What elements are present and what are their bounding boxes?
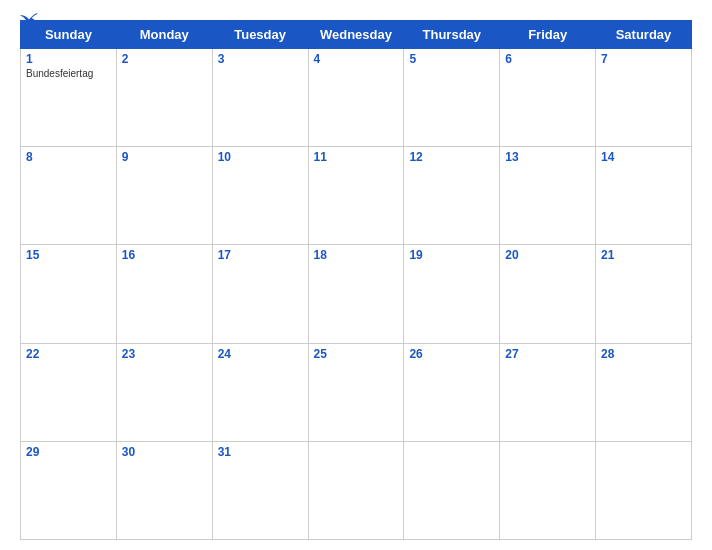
calendar-week-row: 22232425262728 <box>21 343 692 441</box>
calendar-cell: 21 <box>596 245 692 343</box>
calendar-week-row: 293031 <box>21 441 692 539</box>
weekday-header-monday: Monday <box>116 21 212 49</box>
day-number: 25 <box>314 347 399 361</box>
calendar-event: Bundesfeiertag <box>26 68 111 79</box>
calendar-cell: 22 <box>21 343 117 441</box>
day-number: 17 <box>218 248 303 262</box>
calendar-cell: 8 <box>21 147 117 245</box>
calendar-cell: 12 <box>404 147 500 245</box>
day-number: 1 <box>26 52 111 66</box>
calendar-cell: 7 <box>596 49 692 147</box>
logo-blue <box>20 12 40 26</box>
calendar-cell: 17 <box>212 245 308 343</box>
calendar-header <box>20 10 692 14</box>
calendar-cell <box>404 441 500 539</box>
calendar-cell: 19 <box>404 245 500 343</box>
calendar-cell: 29 <box>21 441 117 539</box>
day-number: 22 <box>26 347 111 361</box>
calendar-week-row: 1Bundesfeiertag234567 <box>21 49 692 147</box>
weekday-header-saturday: Saturday <box>596 21 692 49</box>
calendar-cell: 10 <box>212 147 308 245</box>
calendar-cell: 28 <box>596 343 692 441</box>
calendar-cell: 26 <box>404 343 500 441</box>
day-number: 27 <box>505 347 590 361</box>
weekday-header-row: SundayMondayTuesdayWednesdayThursdayFrid… <box>21 21 692 49</box>
calendar-cell: 1Bundesfeiertag <box>21 49 117 147</box>
day-number: 21 <box>601 248 686 262</box>
logo-bird-icon <box>20 12 38 26</box>
day-number: 10 <box>218 150 303 164</box>
day-number: 8 <box>26 150 111 164</box>
day-number: 28 <box>601 347 686 361</box>
day-number: 14 <box>601 150 686 164</box>
weekday-header-wednesday: Wednesday <box>308 21 404 49</box>
calendar-cell <box>308 441 404 539</box>
calendar-cell: 25 <box>308 343 404 441</box>
calendar-cell: 15 <box>21 245 117 343</box>
calendar-cell: 9 <box>116 147 212 245</box>
day-number: 4 <box>314 52 399 66</box>
day-number: 31 <box>218 445 303 459</box>
weekday-header-tuesday: Tuesday <box>212 21 308 49</box>
day-number: 29 <box>26 445 111 459</box>
calendar-cell: 3 <box>212 49 308 147</box>
calendar-cell: 14 <box>596 147 692 245</box>
calendar-cell: 18 <box>308 245 404 343</box>
calendar-table: SundayMondayTuesdayWednesdayThursdayFrid… <box>20 20 692 540</box>
day-number: 5 <box>409 52 494 66</box>
calendar-cell: 27 <box>500 343 596 441</box>
day-number: 11 <box>314 150 399 164</box>
calendar-cell: 20 <box>500 245 596 343</box>
calendar-week-row: 15161718192021 <box>21 245 692 343</box>
calendar-cell: 5 <box>404 49 500 147</box>
day-number: 12 <box>409 150 494 164</box>
weekday-header-thursday: Thursday <box>404 21 500 49</box>
day-number: 23 <box>122 347 207 361</box>
calendar-cell: 24 <box>212 343 308 441</box>
day-number: 24 <box>218 347 303 361</box>
day-number: 15 <box>26 248 111 262</box>
day-number: 19 <box>409 248 494 262</box>
day-number: 16 <box>122 248 207 262</box>
calendar-cell: 13 <box>500 147 596 245</box>
calendar-cell: 30 <box>116 441 212 539</box>
day-number: 2 <box>122 52 207 66</box>
calendar-cell: 2 <box>116 49 212 147</box>
calendar-week-row: 891011121314 <box>21 147 692 245</box>
weekday-header-friday: Friday <box>500 21 596 49</box>
day-number: 13 <box>505 150 590 164</box>
calendar-cell: 4 <box>308 49 404 147</box>
calendar-cell: 6 <box>500 49 596 147</box>
day-number: 7 <box>601 52 686 66</box>
calendar-cell: 11 <box>308 147 404 245</box>
calendar-cell: 31 <box>212 441 308 539</box>
day-number: 20 <box>505 248 590 262</box>
day-number: 6 <box>505 52 590 66</box>
calendar-cell <box>596 441 692 539</box>
day-number: 18 <box>314 248 399 262</box>
day-number: 3 <box>218 52 303 66</box>
day-number: 30 <box>122 445 207 459</box>
calendar-cell <box>500 441 596 539</box>
calendar-cell: 16 <box>116 245 212 343</box>
day-number: 9 <box>122 150 207 164</box>
day-number: 26 <box>409 347 494 361</box>
logo <box>20 12 40 26</box>
calendar-cell: 23 <box>116 343 212 441</box>
